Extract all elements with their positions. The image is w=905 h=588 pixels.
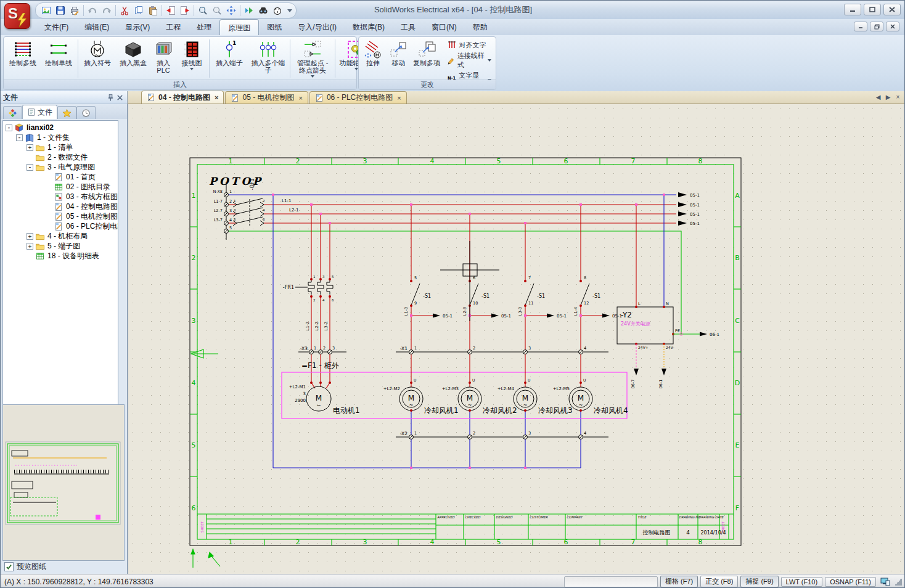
paste-icon[interactable] [146, 4, 160, 17]
resize-grip[interactable] [895, 578, 902, 586]
osnap-toggle[interactable]: OSNAP (F11) [825, 577, 876, 587]
doc-restore-button[interactable] [870, 22, 883, 31]
tab-favorites[interactable] [57, 106, 76, 119]
menu-tools[interactable]: 工具 [393, 19, 424, 35]
tree-item-datafiles[interactable]: 2 - 数据文件 [4, 152, 118, 162]
grid-toggle[interactable]: 栅格 (F7) [660, 576, 698, 587]
redo-icon[interactable] [100, 4, 113, 17]
stretch-button[interactable]: 拉伸 [360, 38, 386, 79]
titleblock-date: 2014/10/4 [700, 530, 726, 536]
snap-toggle[interactable]: 捕捉 (F9) [740, 576, 778, 587]
tree-item-sheet-05[interactable]: 05 - 电机控制图 [4, 211, 118, 221]
insert-plc-button[interactable]: 插入 PLC [151, 38, 176, 79]
pin-icon[interactable] [106, 93, 115, 102]
menu-drawing[interactable]: 图纸 [259, 19, 290, 35]
menu-help[interactable]: 帮助 [465, 19, 496, 35]
tab-files[interactable]: 文件 [22, 105, 57, 119]
find-icon[interactable] [256, 4, 270, 17]
expander[interactable]: + [27, 144, 33, 151]
tree-item-cabinet-layout[interactable]: +4 - 机柜布局 [4, 231, 118, 241]
zoom-previous-icon[interactable] [210, 4, 224, 17]
print-icon[interactable] [68, 4, 81, 17]
maximize-button[interactable] [864, 4, 881, 15]
tree-item-schematics-folder[interactable]: -3 - 电气原理图 [4, 162, 118, 172]
tree-item-lists[interactable]: +1 - 清单 [4, 142, 118, 152]
menu-edit[interactable]: 编辑(E) [76, 19, 117, 35]
lwt-toggle[interactable]: LWT (F10) [781, 577, 823, 587]
draw-multiwire-button[interactable]: 绘制多线 [5, 38, 41, 79]
menu-schematic[interactable]: 原理图 [219, 19, 259, 35]
draw-singlewire-button[interactable]: 绘制单线 [41, 38, 76, 79]
tree-item-equipment-list[interactable]: 18 - 设备明细表 [4, 251, 118, 261]
menu-database[interactable]: 数据库(B) [345, 19, 393, 35]
align-text-button[interactable]: 对齐文字 [445, 39, 493, 51]
insert-symbol-button[interactable]: 插入符号 [80, 38, 115, 79]
wiring-diagram-button[interactable]: 接线图 [176, 38, 208, 79]
tree-item-fileset[interactable]: -1 - 文件集 [4, 133, 118, 142]
tree-item-sheet-02[interactable]: 02 - 图纸目录 [4, 182, 118, 192]
tab-recent[interactable] [76, 106, 96, 119]
ortho-toggle[interactable]: 正交 (F8) [700, 576, 738, 587]
plug-socket-icon[interactable] [271, 4, 284, 17]
expander[interactable]: - [16, 134, 23, 141]
expander[interactable]: - [6, 125, 12, 131]
pan-icon[interactable] [224, 4, 238, 17]
tab-close-icon[interactable]: × [397, 94, 401, 102]
insert-terminal-button[interactable]: 插入端子 [211, 38, 248, 79]
insert-blackbox-button[interactable]: 插入黑盒 [115, 38, 151, 79]
scroll-tabs-left-icon[interactable]: ◀ [874, 93, 882, 102]
tree-item-sheet-03[interactable]: 03 - 布线方框图 [4, 192, 118, 202]
toolbar-options-icon[interactable] [287, 9, 292, 12]
ribbon-group-label-modify: 更改 [359, 80, 496, 89]
cut-icon[interactable] [118, 4, 131, 17]
monitor-icon[interactable] [880, 577, 891, 587]
menu-view[interactable]: 显示(V) [117, 19, 158, 35]
tab-components[interactable] [3, 106, 22, 119]
tree-item-terminal-drawings[interactable]: +5 - 端子图 [4, 241, 118, 251]
wire-style-button[interactable]: 连接线样式 [445, 51, 493, 70]
manage-origin-destination-arrows-button[interactable]: 管理起点 - 终点箭头 [292, 38, 334, 79]
scroll-tabs-right-icon[interactable]: ▶ [884, 93, 892, 102]
zoom-window-icon[interactable] [196, 4, 210, 17]
solidworks-logo[interactable]: S [3, 2, 31, 30]
tree-item-project-root[interactable]: -lianxi02 [4, 123, 118, 133]
doc-tab-05[interactable]: 05 - 电机控制图× [225, 91, 308, 104]
undo-icon[interactable] [86, 4, 99, 17]
previous-sheet-icon[interactable] [164, 4, 178, 17]
menu-file[interactable]: 文件(F) [36, 19, 76, 35]
doc-close-button[interactable] [886, 22, 899, 31]
motor-phase: 3 [303, 391, 306, 396]
move-button[interactable]: 移动 [386, 38, 411, 79]
tab-close-icon[interactable]: × [298, 94, 302, 102]
tree-item-sheet-01[interactable]: 01 - 首页 [4, 172, 118, 182]
picture-icon[interactable] [39, 4, 53, 17]
tree-item-sheet-04[interactable]: 04 - 控制电路图 [4, 202, 118, 211]
navigate-icon[interactable] [242, 4, 256, 17]
copy-multiple-button[interactable]: 复制多项 [411, 38, 443, 79]
tab-close-icon[interactable]: × [215, 94, 218, 101]
pin-number: 6 [332, 298, 334, 302]
menu-window[interactable]: 窗口(N) [424, 19, 465, 35]
menu-process[interactable]: 处理 [189, 19, 219, 35]
next-sheet-icon[interactable] [178, 4, 192, 17]
close-button[interactable] [883, 4, 901, 15]
titleblock-title: 控制电路图 [642, 529, 671, 536]
insert-multiple-terminals-button[interactable]: 插入多个端子 [248, 38, 289, 79]
doc-tab-04[interactable]: 04 - 控制电路图× [141, 91, 224, 104]
menu-project[interactable]: 工程 [158, 19, 189, 35]
close-tab-icon[interactable]: × [894, 93, 902, 102]
tree-item-sheet-06[interactable]: 06 - PLC控制电路 [4, 221, 118, 231]
doc-tab-06[interactable]: 06 - PLC控制电路图× [309, 91, 407, 104]
preview-checkbox[interactable]: 预览图纸 [4, 561, 46, 572]
expander[interactable]: + [27, 233, 33, 240]
expander[interactable]: + [27, 243, 33, 250]
doc-minimize-button[interactable] [854, 22, 867, 31]
panel-close-icon[interactable] [115, 93, 125, 102]
copy-icon[interactable] [132, 4, 145, 17]
menu-import-export[interactable]: 导入/导出(I) [290, 19, 345, 35]
save-icon[interactable] [54, 4, 67, 17]
expander[interactable]: - [27, 164, 33, 171]
minimize-button[interactable] [844, 4, 861, 15]
sheet-icon [231, 94, 239, 102]
drawing-canvas[interactable]: 1 2 3 4 5 6 7 8 1 2 3 4 5 6 7 8 1 [128, 104, 905, 574]
